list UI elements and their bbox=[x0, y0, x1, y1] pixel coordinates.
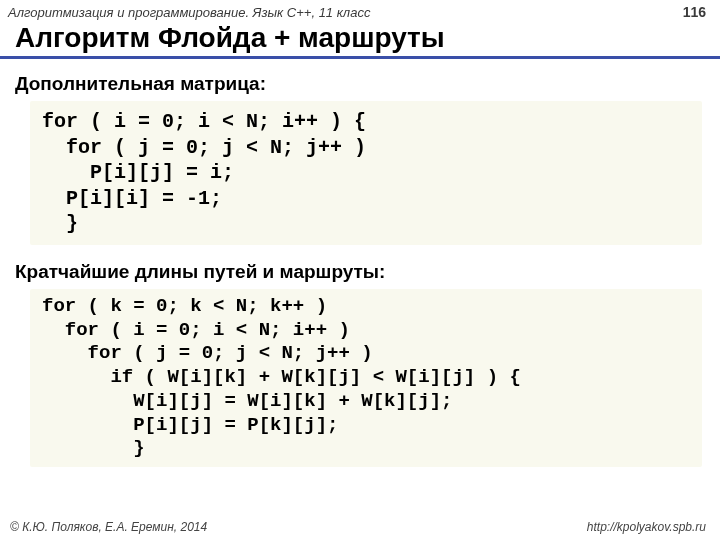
code-block-2: for ( k = 0; k < N; k++ ) for ( i = 0; i… bbox=[30, 289, 702, 467]
code-block-1: for ( i = 0; i < N; i++ ) { for ( j = 0;… bbox=[30, 101, 702, 245]
section1-label: Дополнительная матрица: bbox=[0, 67, 720, 101]
slide-footer: © К.Ю. Поляков, Е.А. Еремин, 2014 http:/… bbox=[0, 520, 720, 534]
course-label: Алгоритмизация и программирование. Язык … bbox=[8, 5, 370, 20]
slide-title: Алгоритм Флойда + маршруты bbox=[0, 22, 720, 59]
slide-header: Алгоритмизация и программирование. Язык … bbox=[0, 0, 720, 22]
source-url: http://kpolyakov.spb.ru bbox=[587, 520, 706, 534]
page-number: 116 bbox=[683, 4, 706, 20]
copyright-text: © К.Ю. Поляков, Е.А. Еремин, 2014 bbox=[10, 520, 207, 534]
section2-label: Кратчайшие длины путей и маршруты: bbox=[0, 255, 720, 289]
